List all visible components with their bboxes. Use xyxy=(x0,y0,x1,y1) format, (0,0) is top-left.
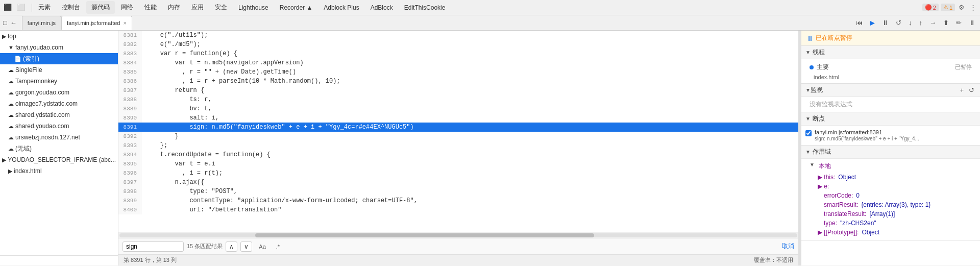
paused-label: 已在断点暂停 xyxy=(816,34,852,42)
code-line-8395: 8395 var t = e.i xyxy=(118,159,798,168)
toolbar-step-into-icon[interactable]: ↓ xyxy=(906,18,915,28)
scope-content: ▼ 本地 ▶ this: Object ▶ e: errorCode: xyxy=(801,159,980,240)
sidebar-item-top-label: top xyxy=(8,33,16,40)
error-badge[interactable]: 🔴 2 xyxy=(922,4,939,11)
nav-console[interactable]: 控制台 xyxy=(57,1,85,14)
sidebar-item-shared-youdao[interactable]: ☁ shared.youdao.com xyxy=(0,120,118,132)
nav-application[interactable]: 应用 xyxy=(186,1,209,14)
search-cancel-btn[interactable]: 取消 xyxy=(782,242,794,251)
sidebar-item-gorgon-label: gorgon.youdao.com xyxy=(15,89,69,96)
tab-bar-left: □ ← xyxy=(2,18,18,28)
thread-item-main: 主要 已暂停 xyxy=(801,61,980,73)
toolbar-record-icon[interactable]: ⏸ xyxy=(966,18,978,28)
more-icon[interactable]: ⋮ xyxy=(968,3,978,12)
code-scroll[interactable]: 8381 e("./utils");8382 e("./md5");8383 v… xyxy=(118,31,798,232)
sidebar-item-tampermonkey[interactable]: ☁ Tampermonkey xyxy=(0,76,118,87)
code-line-8399: 8399 contentType: "application/x-www-for… xyxy=(118,196,798,205)
search-case-toggle[interactable]: Aa xyxy=(255,242,269,251)
sidebar-item-indexhtml[interactable]: ▶ index.html xyxy=(0,165,118,177)
toolbar-step-out-icon[interactable]: ↑ xyxy=(917,18,925,28)
devtools-icon[interactable]: ⬛ xyxy=(2,3,13,12)
breakpoints-arrow: ▼ xyxy=(805,116,811,122)
tab-fanyi-min[interactable]: fanyi.min.js xyxy=(22,16,61,30)
nav-security[interactable]: 安全 xyxy=(210,1,232,14)
nav-recorder[interactable]: Recorder ▲ xyxy=(275,2,318,13)
sidebar-item-oimagec7[interactable]: ☁ oimagec7.ydstatic.com xyxy=(0,98,118,109)
line-code-8390: salt: i, xyxy=(141,113,219,123)
back-icon[interactable]: ← xyxy=(9,18,18,28)
line-code-8395: var t = e.i xyxy=(141,159,215,168)
nav-adblock[interactable]: AdBlock xyxy=(365,2,398,13)
scope-type-val: "zh-CHS2en" xyxy=(840,220,876,227)
warn-icon: ⚠ xyxy=(943,4,948,11)
line-number-8388: 8388 xyxy=(118,95,141,104)
thread-dot-main xyxy=(810,65,814,69)
search-count: 15 条匹配结果 xyxy=(187,243,223,250)
nav-lighthouse[interactable]: Lighthouse xyxy=(233,2,274,13)
sidebar-item-youdao-selector[interactable]: ▶ YOUDAO_SELECTOR_IFRAME (abc... xyxy=(0,154,118,165)
new-tab-icon[interactable]: □ xyxy=(2,18,8,28)
nav-editthiscookie[interactable]: EditThisCookie xyxy=(399,2,451,13)
line-number-8400: 8400 xyxy=(118,205,141,214)
sidebar-item-fanyi-label: fanyi.youdao.com xyxy=(15,44,63,51)
sidebar-item-shared-ydstatic[interactable]: ☁ shared.ydstatic.com xyxy=(0,109,118,120)
threads-header[interactable]: ▼ 线程 xyxy=(801,46,980,59)
sidebar-item-top[interactable]: ▶ top xyxy=(0,31,118,42)
nav-elements[interactable]: 元素 xyxy=(33,1,56,14)
warn-badge[interactable]: ⚠ 1 xyxy=(941,4,955,11)
scope-prototype[interactable]: ▶ [[Prototype]]: Object xyxy=(818,228,964,237)
scope-header[interactable]: ▼ 作用域 xyxy=(801,146,980,159)
search-next-btn[interactable]: ∨ xyxy=(240,241,252,252)
sidebar-item-wuyu[interactable]: ☁ (无域) xyxy=(0,143,118,154)
watch-header: ▼ 监视 + ↺ xyxy=(801,84,980,97)
search-regex-toggle[interactable]: .* xyxy=(273,242,283,251)
tab-bar-right: ⏮ ▶ ⏸ ↺ ↓ ↑ → ⬆ ✏ ⏸ xyxy=(853,18,978,28)
nav-memory[interactable]: 内存 xyxy=(163,1,185,14)
line-number-8391: 8391 xyxy=(118,123,141,132)
line-number-8381: 8381 xyxy=(118,31,141,40)
right-panel: ⏸ 已在断点暂停 ▼ 线程 主要 已暂停 index.html xyxy=(801,31,980,265)
line-code-8394: t.recordUpdate = function(e) { xyxy=(141,150,271,159)
nav-performance[interactable]: 性能 xyxy=(139,1,162,14)
search-prev-btn[interactable]: ∧ xyxy=(226,241,237,252)
watch-add-btn[interactable]: + xyxy=(958,86,965,94)
toolbar-play-icon[interactable]: ▶ xyxy=(867,18,877,28)
toolbar-prev-icon[interactable]: ⏮ xyxy=(853,18,865,28)
scope-smartresult-val: {entries: Array(3), type: 1} xyxy=(861,201,930,208)
toolbar-pause-icon[interactable]: ⏸ xyxy=(879,18,891,28)
toolbar-edit-icon[interactable]: ✏ xyxy=(953,18,964,28)
toolbar-deactivate-icon[interactable]: ⬆ xyxy=(941,18,951,28)
sidebar-item-gorgon[interactable]: ☁ gorgon.youdao.com xyxy=(0,87,118,98)
tab-close-icon[interactable]: × xyxy=(123,20,126,26)
sidebar-item-urswebzj[interactable]: ☁ urswebzj.nosdn.127.net xyxy=(0,132,118,143)
line-code-8386: , i = r + parseInt(10 * Math.random(), 1… xyxy=(141,77,340,86)
sidebar-file-tree: ▶ top ▼ fanyi.youdao.com 📄 (索引) ☁ Single… xyxy=(0,31,118,255)
breakpoint-checkbox-1[interactable] xyxy=(805,130,812,136)
cloud-icon-8: ☁ xyxy=(8,146,14,152)
inspect-icon[interactable]: ⬜ xyxy=(15,3,27,12)
sidebar-item-singlefile[interactable]: ☁ SingleFile xyxy=(0,64,118,76)
search-input[interactable] xyxy=(122,241,184,252)
scope-expand-local[interactable]: ▼ xyxy=(810,162,815,167)
settings-icon[interactable]: ⚙ xyxy=(957,3,966,12)
nav-network[interactable]: 网络 xyxy=(116,1,138,14)
nav-adblockplus[interactable]: Adblock Plus xyxy=(318,2,364,13)
scope-errorcode-val: 0 xyxy=(856,192,860,199)
breakpoints-header[interactable]: ▼ 断点 xyxy=(801,112,980,126)
watch-section: ▼ 监视 + ↺ 没有监视表达式 xyxy=(801,84,980,112)
scope-e[interactable]: ▶ e: xyxy=(818,182,964,191)
scope-key-local: 本地 xyxy=(819,162,831,171)
nav-sources[interactable]: 源代码 xyxy=(86,1,115,14)
code-line-8397: 8397 n.ajax({ xyxy=(118,178,798,187)
sidebar-item-index[interactable]: 📄 (索引) xyxy=(0,53,118,64)
horizontal-scrollbar[interactable] xyxy=(118,232,798,238)
tab-fanyi-formatted[interactable]: fanyi.min.js:formatted × xyxy=(61,16,132,30)
scope-arrow: ▼ xyxy=(805,149,811,155)
scope-translateresult-key: translateResult: xyxy=(824,210,866,217)
watch-refresh-btn[interactable]: ↺ xyxy=(967,86,976,94)
toolbar-step-over-icon[interactable]: ↺ xyxy=(893,18,904,28)
scope-errorcode-key: errorCode: xyxy=(824,192,853,199)
toolbar-step-icon[interactable]: → xyxy=(927,18,939,28)
sidebar-item-fanyi[interactable]: ▼ fanyi.youdao.com xyxy=(0,42,118,53)
cloud-icon-2: ☁ xyxy=(8,78,14,85)
